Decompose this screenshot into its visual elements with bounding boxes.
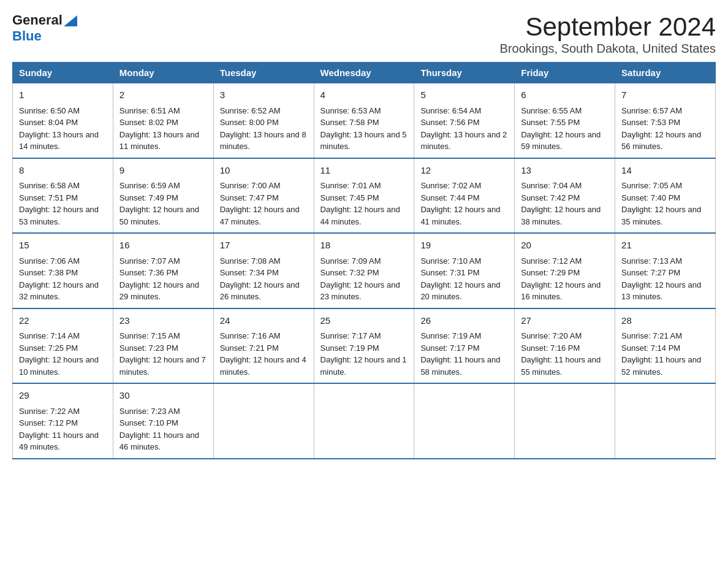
calendar-day-cell: 19Sunrise: 7:10 AMSunset: 7:31 PMDayligh… <box>414 233 515 308</box>
daylight-text: Daylight: 12 hours and 32 minutes. <box>19 280 99 302</box>
daylight-text: Daylight: 12 hours and 10 minutes. <box>19 355 99 377</box>
sunrise-text: Sunrise: 7:17 AM <box>320 331 381 340</box>
calendar-day-cell: 5Sunrise: 6:54 AMSunset: 7:56 PMDaylight… <box>414 83 515 158</box>
calendar-day-cell <box>515 383 615 459</box>
sunrise-text: Sunrise: 6:52 AM <box>220 106 281 115</box>
col-monday: Monday <box>113 63 213 83</box>
sunrise-text: Sunrise: 7:22 AM <box>19 407 80 416</box>
calendar-day-cell: 9Sunrise: 6:59 AMSunset: 7:49 PMDaylight… <box>113 158 213 234</box>
sunset-text: Sunset: 7:16 PM <box>521 343 580 353</box>
calendar-day-cell: 27Sunrise: 7:20 AMSunset: 7:16 PMDayligh… <box>515 308 615 384</box>
sunset-text: Sunset: 7:12 PM <box>19 418 78 427</box>
sunrise-text: Sunrise: 7:07 AM <box>119 256 180 266</box>
day-number: 30 <box>119 389 207 403</box>
daylight-text: Daylight: 13 hours and 11 minutes. <box>119 130 199 151</box>
daylight-text: Daylight: 12 hours and 50 minutes. <box>119 205 199 226</box>
page-title: September 2024 <box>500 12 716 42</box>
day-number: 19 <box>420 239 508 253</box>
daylight-text: Daylight: 12 hours and 41 minutes. <box>420 205 500 226</box>
calendar-day-cell: 18Sunrise: 7:09 AMSunset: 7:32 PMDayligh… <box>314 233 414 308</box>
sunset-text: Sunset: 7:47 PM <box>220 193 279 202</box>
col-friday: Friday <box>515 63 615 83</box>
day-number: 15 <box>19 239 107 253</box>
sunrise-text: Sunrise: 6:57 AM <box>621 106 682 115</box>
daylight-text: Daylight: 11 hours and 58 minutes. <box>420 355 500 377</box>
calendar-day-cell <box>414 383 515 459</box>
sunrise-text: Sunrise: 7:05 AM <box>621 181 682 190</box>
day-number: 28 <box>621 314 709 328</box>
sunrise-text: Sunrise: 7:12 AM <box>521 256 582 266</box>
sunrise-text: Sunrise: 6:51 AM <box>119 106 180 115</box>
sunrise-text: Sunrise: 7:02 AM <box>420 181 481 190</box>
sunset-text: Sunset: 7:19 PM <box>320 343 379 353</box>
daylight-text: Daylight: 12 hours and 7 minutes. <box>119 355 206 377</box>
calendar-day-cell: 22Sunrise: 7:14 AMSunset: 7:25 PMDayligh… <box>13 308 113 384</box>
sunrise-text: Sunrise: 7:00 AM <box>220 181 281 190</box>
day-number: 26 <box>420 314 508 328</box>
day-number: 18 <box>320 239 408 253</box>
calendar-day-cell: 23Sunrise: 7:15 AMSunset: 7:23 PMDayligh… <box>113 308 213 384</box>
logo-blue-text: Blue <box>12 28 42 44</box>
daylight-text: Daylight: 12 hours and 47 minutes. <box>220 205 300 226</box>
daylight-text: Daylight: 12 hours and 20 minutes. <box>420 280 500 302</box>
sunset-text: Sunset: 7:29 PM <box>521 268 580 277</box>
col-wednesday: Wednesday <box>314 63 414 83</box>
daylight-text: Daylight: 12 hours and 13 minutes. <box>621 280 701 302</box>
calendar-day-cell: 25Sunrise: 7:17 AMSunset: 7:19 PMDayligh… <box>314 308 414 384</box>
daylight-text: Daylight: 12 hours and 44 minutes. <box>320 205 400 226</box>
daylight-text: Daylight: 12 hours and 59 minutes. <box>521 130 601 151</box>
day-number: 17 <box>220 239 308 253</box>
daylight-text: Daylight: 12 hours and 29 minutes. <box>119 280 199 302</box>
daylight-text: Daylight: 11 hours and 46 minutes. <box>119 431 199 452</box>
day-number: 20 <box>521 239 609 253</box>
daylight-text: Daylight: 12 hours and 23 minutes. <box>320 280 400 302</box>
daylight-text: Daylight: 12 hours and 26 minutes. <box>220 280 300 302</box>
day-number: 14 <box>621 164 709 178</box>
calendar-day-cell: 30Sunrise: 7:23 AMSunset: 7:10 PMDayligh… <box>113 383 213 459</box>
daylight-text: Daylight: 11 hours and 55 minutes. <box>521 355 601 377</box>
page-subtitle: Brookings, South Dakota, United States <box>500 42 716 56</box>
daylight-text: Daylight: 13 hours and 14 minutes. <box>19 130 99 151</box>
calendar-day-cell: 24Sunrise: 7:16 AMSunset: 7:21 PMDayligh… <box>213 308 314 384</box>
sunset-text: Sunset: 7:56 PM <box>420 118 479 127</box>
daylight-text: Daylight: 11 hours and 49 minutes. <box>19 431 99 452</box>
calendar-day-cell <box>314 383 414 459</box>
daylight-text: Daylight: 12 hours and 1 minute. <box>320 355 407 377</box>
daylight-text: Daylight: 12 hours and 16 minutes. <box>521 280 601 302</box>
sunrise-text: Sunrise: 6:58 AM <box>19 181 80 190</box>
calendar-day-cell: 20Sunrise: 7:12 AMSunset: 7:29 PMDayligh… <box>515 233 615 308</box>
calendar-day-cell: 6Sunrise: 6:55 AMSunset: 7:55 PMDaylight… <box>515 83 615 158</box>
day-number: 2 <box>119 88 207 102</box>
col-tuesday: Tuesday <box>213 63 314 83</box>
sunrise-text: Sunrise: 7:19 AM <box>420 331 481 340</box>
sunrise-text: Sunrise: 7:23 AM <box>119 407 180 416</box>
sunset-text: Sunset: 7:21 PM <box>220 343 279 353</box>
sunset-text: Sunset: 7:51 PM <box>19 193 78 202</box>
day-number: 4 <box>320 88 408 102</box>
day-number: 11 <box>320 164 408 178</box>
calendar-day-cell: 2Sunrise: 6:51 AMSunset: 8:02 PMDaylight… <box>113 83 213 158</box>
day-number: 12 <box>420 164 508 178</box>
sunrise-text: Sunrise: 7:15 AM <box>119 331 180 340</box>
daylight-text: Daylight: 12 hours and 4 minutes. <box>220 355 306 377</box>
calendar-day-cell: 11Sunrise: 7:01 AMSunset: 7:45 PMDayligh… <box>314 158 414 234</box>
daylight-text: Daylight: 12 hours and 56 minutes. <box>621 130 701 151</box>
calendar-day-cell: 16Sunrise: 7:07 AMSunset: 7:36 PMDayligh… <box>113 233 213 308</box>
calendar-week-row: 1Sunrise: 6:50 AMSunset: 8:04 PMDaylight… <box>13 83 716 158</box>
calendar-day-cell: 21Sunrise: 7:13 AMSunset: 7:27 PMDayligh… <box>615 233 716 308</box>
calendar-day-cell: 17Sunrise: 7:08 AMSunset: 7:34 PMDayligh… <box>213 233 314 308</box>
day-number: 13 <box>521 164 609 178</box>
calendar-day-cell <box>213 383 314 459</box>
logo-general-text: General <box>12 12 63 28</box>
day-number: 9 <box>119 164 207 178</box>
calendar-day-cell: 12Sunrise: 7:02 AMSunset: 7:44 PMDayligh… <box>414 158 515 234</box>
calendar-week-row: 8Sunrise: 6:58 AMSunset: 7:51 PMDaylight… <box>13 158 716 234</box>
sunset-text: Sunset: 7:55 PM <box>521 118 580 127</box>
sunset-text: Sunset: 7:49 PM <box>119 193 178 202</box>
logo: General Blue <box>12 12 77 44</box>
day-number: 22 <box>19 314 107 328</box>
daylight-text: Daylight: 13 hours and 2 minutes. <box>420 130 507 151</box>
sunrise-text: Sunrise: 7:08 AM <box>220 256 281 266</box>
sunrise-text: Sunrise: 7:06 AM <box>19 256 80 266</box>
sunrise-text: Sunrise: 7:20 AM <box>521 331 582 340</box>
